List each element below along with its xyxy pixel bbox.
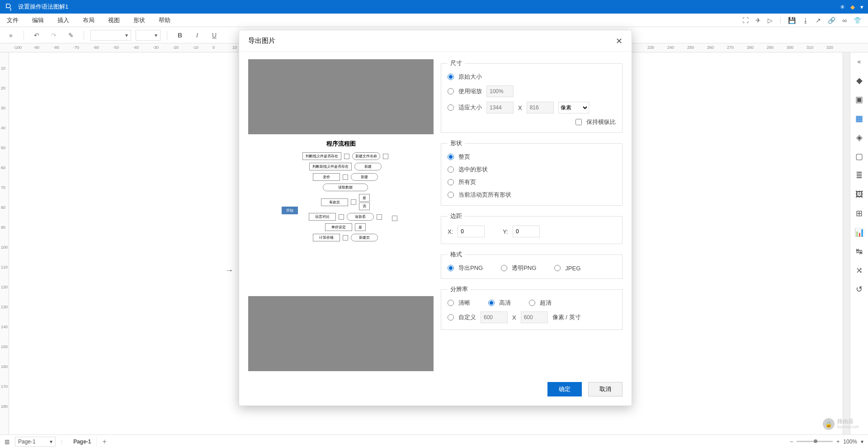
radio-active-shapes[interactable]	[448, 192, 454, 198]
margin-y-input[interactable]	[513, 226, 540, 237]
modal-header: 导出图片 ✕	[239, 30, 632, 52]
fc-conn	[343, 235, 348, 241]
label-scale: 使用缩放	[458, 87, 482, 95]
label-hd: 高清	[499, 299, 511, 307]
res-unit-label: 像素 / 英寸	[552, 313, 581, 321]
shape-fieldset: 形状 整页 选中的形状 所有页 当前活动页所有形状	[441, 139, 623, 206]
label-png: 导出PNG	[458, 264, 483, 272]
fit-height-input[interactable]	[527, 102, 554, 113]
fc-box: 新建页	[351, 234, 378, 241]
fc-box: 是	[355, 223, 366, 231]
label-uhd: 超清	[540, 299, 552, 307]
label-keep-ratio: 保持横纵比	[586, 118, 616, 126]
res-legend: 分辨率	[448, 285, 471, 293]
label-jpeg: JPEG	[565, 265, 580, 272]
fc-box: 单价设定	[325, 223, 352, 231]
radio-original-size[interactable]	[448, 74, 454, 80]
label-allpages: 所有页	[458, 178, 476, 186]
label-activeshapes: 当前活动页所有形状	[458, 191, 511, 199]
shape-legend: 形状	[448, 139, 465, 147]
format-fieldset: 格式 导出PNG 透明PNG JPEG	[441, 250, 623, 279]
radio-jpeg[interactable]	[554, 265, 561, 271]
label-selected: 选中的形状	[458, 165, 488, 174]
export-image-modal: 导出图片 ✕ 程序流程图 开始 判断指义件是否存在新建文件名称 判断新指义件是否…	[239, 30, 632, 406]
radio-normal[interactable]	[448, 300, 454, 306]
radio-custom[interactable]	[448, 314, 454, 321]
format-legend: 格式	[448, 250, 465, 259]
radio-hd[interactable]	[488, 300, 495, 306]
margin-x-label: X:	[448, 228, 453, 235]
cancel-button[interactable]: 取消	[588, 382, 623, 396]
fc-conn	[383, 154, 388, 159]
x-label: X	[518, 104, 522, 111]
fc-box: 有效页	[321, 198, 348, 206]
fc-box: 否	[359, 203, 370, 210]
scale-input[interactable]	[486, 85, 514, 97]
size-fieldset: 尺寸 原始大小 使用缩放 适应大小 X 像素 保持横纵比	[441, 59, 623, 133]
fc-box: 变价	[313, 173, 340, 181]
fc-box: 读取数据	[323, 184, 368, 191]
fc-conn	[344, 154, 349, 159]
radio-selected-shapes[interactable]	[448, 166, 454, 173]
radio-png[interactable]	[448, 265, 454, 271]
x-label2: X	[512, 314, 516, 321]
label-full: 整页	[458, 153, 470, 161]
modal-backdrop: 导出图片 ✕ 程序流程图 开始 判断指义件是否存在新建文件名称 判断新指义件是否…	[0, 0, 868, 448]
preview-title: 程序流程图	[254, 140, 428, 148]
radio-all-pages[interactable]	[448, 179, 454, 185]
label-original: 原始大小	[458, 73, 482, 81]
fc-box: 是	[359, 194, 370, 202]
unit-select[interactable]: 像素	[558, 102, 589, 113]
fc-start: 开始	[282, 207, 298, 214]
fc-conn	[339, 214, 344, 220]
radio-tpng[interactable]	[501, 265, 507, 271]
fc-box: 判断新指义件是否存在	[309, 163, 352, 170]
modal-title: 导出图片	[248, 37, 275, 45]
fc-box: 语言对比	[309, 213, 336, 221]
radio-fit-size[interactable]	[448, 104, 454, 111]
keep-ratio-checkbox[interactable]	[576, 119, 582, 125]
margin-fieldset: 边距 X: Y:	[441, 212, 623, 244]
resolution-fieldset: 分辨率 清晰 高清 超清 自定义 X 像素 / 英寸	[441, 285, 623, 330]
fc-box: 新建	[351, 173, 378, 181]
fc-box: 请新看	[347, 213, 374, 221]
fit-width-input[interactable]	[486, 102, 514, 113]
size-legend: 尺寸	[448, 59, 465, 67]
ok-button[interactable]: 确定	[547, 382, 582, 396]
margin-y-label: Y:	[503, 228, 508, 235]
preview-pane: 程序流程图 开始 判断指义件是否存在新建文件名称 判断新指义件是否存在新建 变价…	[248, 59, 434, 371]
fc-box: 新建	[354, 163, 382, 170]
label-normal: 清晰	[458, 299, 470, 307]
radio-use-scale[interactable]	[448, 88, 454, 94]
fc-box: 计算价格	[313, 234, 340, 241]
label-tpng: 透明PNG	[512, 264, 536, 272]
close-icon[interactable]: ✕	[616, 36, 623, 46]
margin-x-input[interactable]	[458, 226, 485, 237]
fc-conn	[343, 174, 348, 180]
modal-footer: 确定 取消	[239, 371, 632, 406]
preview-content: 程序流程图 开始 判断指义件是否存在新建文件名称 判断新指义件是否存在新建 变价…	[248, 134, 434, 296]
label-custom: 自定义	[458, 313, 476, 321]
radio-full-page[interactable]	[448, 154, 454, 160]
export-options: 尺寸 原始大小 使用缩放 适应大小 X 像素 保持横纵比 形状 整页 选中的形状	[441, 59, 623, 371]
label-fit: 适应大小	[458, 104, 482, 112]
fc-box: 判断指义件是否存在	[302, 152, 341, 160]
fc-end	[392, 216, 397, 221]
fc-conn	[351, 199, 356, 205]
radio-uhd[interactable]	[529, 300, 535, 306]
res-w-input[interactable]	[481, 311, 508, 323]
margin-legend: 边距	[448, 212, 465, 220]
fc-box: 新建文件名称	[352, 152, 380, 160]
res-h-input[interactable]	[521, 311, 548, 323]
fc-conn	[377, 214, 382, 220]
